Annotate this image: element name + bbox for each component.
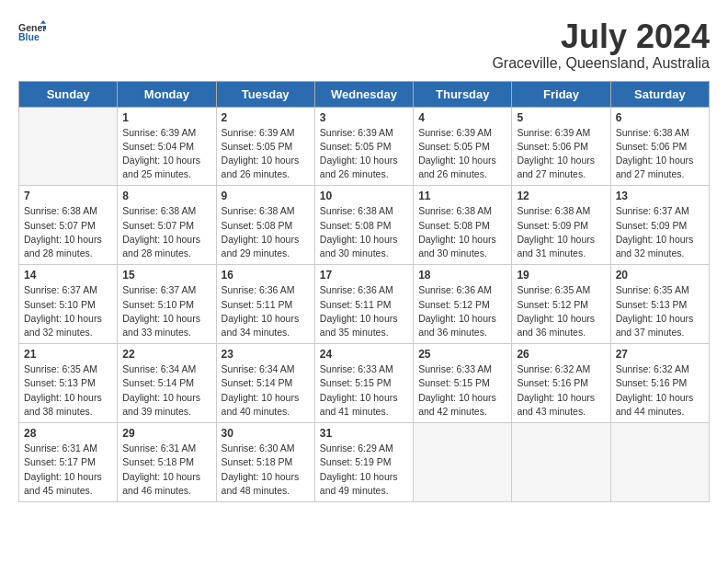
cell-info: Sunrise: 6:37 AMSunset: 5:10 PMDaylight:… [24, 283, 112, 339]
day-number: 23 [222, 348, 310, 361]
calendar-cell: 21Sunrise: 6:35 AMSunset: 5:13 PMDayligh… [19, 344, 118, 423]
day-number: 3 [320, 111, 408, 124]
cell-info: Sunrise: 6:39 AMSunset: 5:04 PMDaylight:… [122, 126, 210, 182]
day-number: 31 [320, 427, 408, 440]
calendar-cell: 13Sunrise: 6:37 AMSunset: 5:09 PMDayligh… [610, 186, 709, 265]
calendar-cell: 1Sunrise: 6:39 AMSunset: 5:04 PMDaylight… [118, 107, 216, 186]
cell-info: Sunrise: 6:29 AMSunset: 5:19 PMDaylight:… [320, 442, 408, 498]
cell-info: Sunrise: 6:37 AMSunset: 5:09 PMDaylight:… [616, 204, 704, 260]
cell-info: Sunrise: 6:33 AMSunset: 5:15 PMDaylight:… [320, 362, 408, 419]
cell-info: Sunrise: 6:31 AMSunset: 5:17 PMDaylight:… [24, 442, 112, 498]
cell-info: Sunrise: 6:39 AMSunset: 5:05 PMDaylight:… [418, 126, 506, 182]
day-number: 25 [418, 348, 506, 361]
cell-info: Sunrise: 6:33 AMSunset: 5:15 PMDaylight:… [418, 362, 506, 419]
month-year-title: July 2024 [492, 18, 710, 55]
cell-info: Sunrise: 6:38 AMSunset: 5:09 PMDaylight:… [517, 204, 605, 260]
calendar-table: SundayMondayTuesdayWednesdayThursdayFrid… [18, 81, 710, 502]
day-number: 13 [616, 190, 704, 202]
calendar-cell [512, 423, 610, 502]
calendar-cell: 25Sunrise: 6:33 AMSunset: 5:15 PMDayligh… [414, 344, 512, 423]
calendar-cell: 15Sunrise: 6:37 AMSunset: 5:10 PMDayligh… [118, 265, 216, 344]
cell-info: Sunrise: 6:38 AMSunset: 5:08 PMDaylight:… [320, 204, 408, 260]
column-header-tuesday: Tuesday [216, 81, 314, 107]
day-number: 7 [24, 190, 112, 202]
calendar-cell: 5Sunrise: 6:39 AMSunset: 5:06 PMDaylight… [512, 107, 610, 186]
calendar-cell: 12Sunrise: 6:38 AMSunset: 5:09 PMDayligh… [512, 186, 610, 265]
calendar-cell [19, 107, 118, 186]
calendar-cell [610, 423, 709, 502]
logo: General Blue [18, 18, 46, 46]
calendar-cell: 17Sunrise: 6:36 AMSunset: 5:11 PMDayligh… [314, 265, 413, 344]
cell-info: Sunrise: 6:35 AMSunset: 5:13 PMDaylight:… [616, 283, 704, 339]
calendar-cell: 2Sunrise: 6:39 AMSunset: 5:05 PMDaylight… [216, 107, 314, 186]
calendar-body: 1Sunrise: 6:39 AMSunset: 5:04 PMDaylight… [19, 107, 710, 501]
day-number: 19 [517, 269, 605, 282]
day-number: 9 [222, 190, 310, 202]
day-number: 21 [24, 348, 112, 361]
column-header-wednesday: Wednesday [314, 81, 413, 107]
cell-info: Sunrise: 6:39 AMSunset: 5:05 PMDaylight:… [320, 126, 408, 182]
day-number: 2 [222, 111, 310, 124]
day-number: 29 [122, 427, 210, 440]
title-block: July 2024 Graceville, Queensland, Austra… [492, 18, 710, 72]
day-number: 6 [616, 111, 704, 124]
calendar-cell: 16Sunrise: 6:36 AMSunset: 5:11 PMDayligh… [216, 265, 314, 344]
day-number: 17 [320, 269, 408, 282]
cell-info: Sunrise: 6:35 AMSunset: 5:13 PMDaylight:… [24, 362, 112, 419]
calendar-cell: 4Sunrise: 6:39 AMSunset: 5:05 PMDaylight… [414, 107, 512, 186]
cell-info: Sunrise: 6:36 AMSunset: 5:12 PMDaylight:… [418, 283, 506, 339]
week-row-2: 7Sunrise: 6:38 AMSunset: 5:07 PMDaylight… [19, 186, 710, 265]
week-row-5: 28Sunrise: 6:31 AMSunset: 5:17 PMDayligh… [19, 423, 710, 502]
calendar-cell: 9Sunrise: 6:38 AMSunset: 5:08 PMDaylight… [216, 186, 314, 265]
cell-info: Sunrise: 6:32 AMSunset: 5:16 PMDaylight:… [517, 362, 605, 419]
cell-info: Sunrise: 6:38 AMSunset: 5:08 PMDaylight:… [222, 204, 310, 260]
calendar-cell: 8Sunrise: 6:38 AMSunset: 5:07 PMDaylight… [118, 186, 216, 265]
day-number: 26 [517, 348, 605, 361]
page-header: General Blue July 2024 Graceville, Queen… [18, 18, 710, 72]
day-number: 30 [222, 427, 310, 440]
day-number: 24 [320, 348, 408, 361]
logo-icon: General Blue [18, 18, 46, 46]
cell-info: Sunrise: 6:36 AMSunset: 5:11 PMDaylight:… [320, 283, 408, 339]
calendar-header-row: SundayMondayTuesdayWednesdayThursdayFrid… [19, 81, 710, 107]
column-header-saturday: Saturday [610, 81, 709, 107]
day-number: 15 [122, 269, 210, 282]
calendar-cell: 23Sunrise: 6:34 AMSunset: 5:14 PMDayligh… [216, 344, 314, 423]
day-number: 18 [418, 269, 506, 282]
cell-info: Sunrise: 6:39 AMSunset: 5:05 PMDaylight:… [222, 126, 310, 182]
day-number: 12 [517, 190, 605, 202]
day-number: 28 [24, 427, 112, 440]
calendar-cell [414, 423, 512, 502]
calendar-cell: 29Sunrise: 6:31 AMSunset: 5:18 PMDayligh… [118, 423, 216, 502]
cell-info: Sunrise: 6:38 AMSunset: 5:08 PMDaylight:… [418, 204, 506, 260]
calendar-cell: 27Sunrise: 6:32 AMSunset: 5:16 PMDayligh… [610, 344, 709, 423]
day-number: 1 [122, 111, 210, 124]
calendar-cell: 7Sunrise: 6:38 AMSunset: 5:07 PMDaylight… [19, 186, 118, 265]
svg-text:Blue: Blue [18, 31, 40, 42]
calendar-cell: 31Sunrise: 6:29 AMSunset: 5:19 PMDayligh… [314, 423, 413, 502]
cell-info: Sunrise: 6:38 AMSunset: 5:06 PMDaylight:… [616, 126, 704, 182]
cell-info: Sunrise: 6:36 AMSunset: 5:11 PMDaylight:… [222, 283, 310, 339]
cell-info: Sunrise: 6:31 AMSunset: 5:18 PMDaylight:… [122, 442, 210, 498]
calendar-cell: 10Sunrise: 6:38 AMSunset: 5:08 PMDayligh… [314, 186, 413, 265]
location-subtitle: Graceville, Queensland, Australia [492, 55, 710, 72]
calendar-cell: 30Sunrise: 6:30 AMSunset: 5:18 PMDayligh… [216, 423, 314, 502]
day-number: 4 [418, 111, 506, 124]
calendar-cell: 14Sunrise: 6:37 AMSunset: 5:10 PMDayligh… [19, 265, 118, 344]
calendar-cell: 28Sunrise: 6:31 AMSunset: 5:17 PMDayligh… [19, 423, 118, 502]
day-number: 27 [616, 348, 704, 361]
calendar-cell: 3Sunrise: 6:39 AMSunset: 5:05 PMDaylight… [314, 107, 413, 186]
cell-info: Sunrise: 6:37 AMSunset: 5:10 PMDaylight:… [122, 283, 210, 339]
cell-info: Sunrise: 6:34 AMSunset: 5:14 PMDaylight:… [222, 362, 310, 419]
week-row-1: 1Sunrise: 6:39 AMSunset: 5:04 PMDaylight… [19, 107, 710, 186]
day-number: 5 [517, 111, 605, 124]
week-row-4: 21Sunrise: 6:35 AMSunset: 5:13 PMDayligh… [19, 344, 710, 423]
calendar-cell: 11Sunrise: 6:38 AMSunset: 5:08 PMDayligh… [414, 186, 512, 265]
cell-info: Sunrise: 6:38 AMSunset: 5:07 PMDaylight:… [122, 204, 210, 260]
column-header-sunday: Sunday [19, 81, 118, 107]
calendar-cell: 20Sunrise: 6:35 AMSunset: 5:13 PMDayligh… [610, 265, 709, 344]
day-number: 14 [24, 269, 112, 282]
day-number: 20 [616, 269, 704, 282]
week-row-3: 14Sunrise: 6:37 AMSunset: 5:10 PMDayligh… [19, 265, 710, 344]
calendar-cell: 26Sunrise: 6:32 AMSunset: 5:16 PMDayligh… [512, 344, 610, 423]
